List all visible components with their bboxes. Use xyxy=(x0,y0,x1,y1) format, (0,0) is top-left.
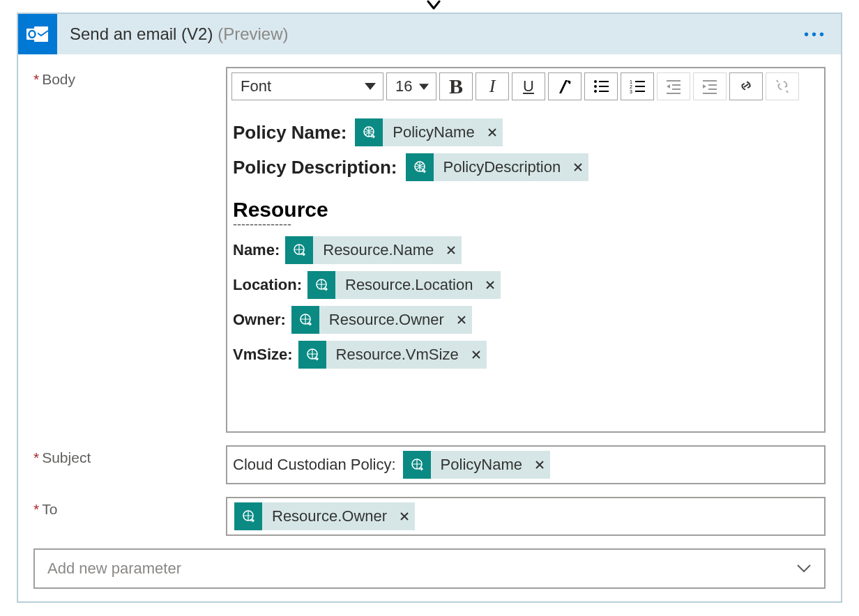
card-menu-button[interactable]: ••• xyxy=(800,24,831,45)
svg-rect-13 xyxy=(635,86,645,87)
token-subject-policyname[interactable]: PolicyName xyxy=(403,451,550,479)
svg-rect-17 xyxy=(672,88,681,90)
token-remove-button[interactable] xyxy=(482,118,503,146)
token-to-resource-owner[interactable]: Resource.Owner xyxy=(234,502,415,530)
globe-icon xyxy=(406,153,434,181)
card-preview-label: Preview xyxy=(223,24,282,43)
outdent-button[interactable] xyxy=(657,72,690,100)
svg-line-24 xyxy=(786,91,788,93)
caret-down-icon xyxy=(419,84,429,90)
bold-button[interactable]: B xyxy=(439,72,473,100)
text-vmsize-label: VmSize: xyxy=(233,346,293,364)
font-size-value: 16 xyxy=(395,77,412,95)
indent-button[interactable] xyxy=(693,72,727,100)
svg-text:2: 2 xyxy=(630,84,632,89)
globe-icon xyxy=(291,306,319,334)
svg-rect-8 xyxy=(599,91,609,92)
globe-icon xyxy=(403,451,431,479)
caret-down-icon xyxy=(365,83,376,90)
subject-prefix-text: Cloud Custodian Policy: xyxy=(233,456,396,474)
text-policy-name-label: Policy Name: xyxy=(233,122,347,144)
token-policydescription[interactable]: PolicyDescription xyxy=(406,153,589,181)
link-button[interactable] xyxy=(729,72,763,100)
label-body-text: Body xyxy=(42,71,75,88)
svg-rect-19 xyxy=(703,80,717,82)
action-card-send-email: Send an email (V2) (Preview) ••• *Body F… xyxy=(17,13,842,603)
svg-rect-21 xyxy=(708,88,717,90)
token-resource-name[interactable]: Resource.Name xyxy=(285,236,462,264)
svg-rect-14 xyxy=(635,91,645,92)
token-remove-button[interactable] xyxy=(480,271,501,299)
svg-rect-18 xyxy=(667,93,681,94)
text-policy-desc-label: Policy Description: xyxy=(233,157,397,178)
body-rich-editor[interactable]: Font 16 B I U xyxy=(226,67,826,433)
token-remove-button[interactable] xyxy=(441,236,462,264)
bullet-list-button[interactable] xyxy=(584,72,618,100)
svg-rect-6 xyxy=(599,81,609,82)
token-resource-location[interactable]: Resource.Location xyxy=(307,271,501,299)
svg-rect-22 xyxy=(703,93,717,94)
svg-text:3: 3 xyxy=(630,89,632,94)
token-resource-owner-text: Resource.Owner xyxy=(319,306,451,334)
token-remove-button[interactable] xyxy=(568,153,588,181)
token-policydescription-text: PolicyDescription xyxy=(434,153,568,181)
text-name-label: Name: xyxy=(233,241,280,259)
text-location-label: Location: xyxy=(233,276,302,294)
flow-arrow-down-icon xyxy=(425,0,442,13)
token-policyname[interactable]: PolicyName xyxy=(355,118,502,146)
label-to: *To xyxy=(33,497,226,518)
globe-icon xyxy=(298,341,326,369)
label-to-text: To xyxy=(42,501,57,518)
text-owner-label: Owner: xyxy=(233,311,286,329)
token-resource-vmsize-text: Resource.VmSize xyxy=(326,341,466,369)
token-remove-button[interactable] xyxy=(529,451,550,479)
unlink-button[interactable] xyxy=(766,72,799,100)
token-remove-button[interactable] xyxy=(466,341,487,369)
svg-text:1: 1 xyxy=(630,79,632,84)
editor-content[interactable]: Policy Name: PolicyName Policy Descripti… xyxy=(227,105,824,431)
svg-point-4 xyxy=(594,85,597,88)
globe-icon xyxy=(234,502,262,530)
to-input[interactable]: Resource.Owner xyxy=(226,497,826,536)
card-title-text: Send an email (V2) xyxy=(70,24,213,43)
token-resource-owner[interactable]: Resource.Owner xyxy=(291,306,472,334)
label-subject-text: Subject xyxy=(42,449,91,466)
token-resource-vmsize[interactable]: Resource.VmSize xyxy=(298,341,487,369)
add-new-parameter-text: Add new parameter xyxy=(47,560,181,578)
italic-button[interactable]: I xyxy=(476,72,509,100)
chevron-down-icon xyxy=(796,564,812,573)
svg-rect-15 xyxy=(667,80,681,82)
token-remove-button[interactable] xyxy=(451,306,472,334)
svg-rect-7 xyxy=(599,86,609,87)
token-resource-location-text: Resource.Location xyxy=(335,271,480,299)
token-remove-button[interactable] xyxy=(394,502,415,530)
font-size-select[interactable]: 16 xyxy=(386,72,436,100)
svg-rect-12 xyxy=(635,81,645,82)
svg-point-3 xyxy=(594,80,597,83)
font-color-button[interactable] xyxy=(548,72,581,100)
svg-point-5 xyxy=(594,90,597,93)
add-new-parameter-select[interactable]: Add new parameter xyxy=(33,548,826,589)
card-header: Send an email (V2) (Preview) ••• xyxy=(18,14,841,54)
svg-line-23 xyxy=(777,80,778,82)
label-body: *Body xyxy=(33,67,226,88)
outlook-icon xyxy=(18,14,57,54)
card-title: Send an email (V2) (Preview) xyxy=(70,24,288,44)
font-select[interactable]: Font xyxy=(231,72,383,100)
token-subject-policyname-text: PolicyName xyxy=(431,451,529,479)
label-subject: *Subject xyxy=(33,445,226,466)
svg-rect-20 xyxy=(708,84,717,86)
token-policyname-text: PolicyName xyxy=(383,118,481,146)
token-to-resource-owner-text: Resource.Owner xyxy=(262,502,394,530)
number-list-button[interactable]: 123 xyxy=(621,72,654,100)
svg-rect-16 xyxy=(672,84,681,86)
editor-toolbar: Font 16 B I U xyxy=(227,68,824,105)
subject-input[interactable]: Cloud Custodian Policy: PolicyName xyxy=(226,445,826,484)
underline-button[interactable]: U xyxy=(512,72,545,100)
font-select-value: Font xyxy=(241,77,271,95)
globe-icon xyxy=(307,271,335,299)
globe-icon xyxy=(285,236,313,264)
token-resource-name-text: Resource.Name xyxy=(313,236,441,264)
globe-icon xyxy=(355,118,383,146)
